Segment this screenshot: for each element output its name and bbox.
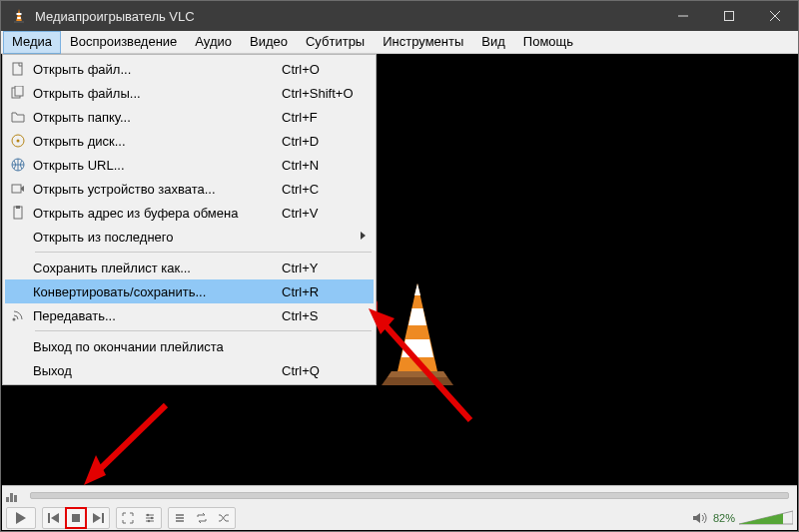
menu-stream[interactable]: Передавать... Ctrl+S: [5, 303, 374, 327]
menu-quit-after-playlist[interactable]: Выход по окончании плейлиста: [5, 334, 374, 358]
svg-rect-23: [16, 206, 20, 209]
app-window: Медиапроигрыватель VLC Медиа Воспроизвед…: [0, 0, 799, 532]
skip-group: [42, 507, 110, 529]
svg-marker-13: [388, 371, 447, 377]
submenu-arrow-icon: [361, 232, 366, 240]
skip-back-button[interactable]: [43, 508, 65, 528]
menu-video[interactable]: Видео: [241, 31, 297, 53]
files-icon: [5, 86, 31, 100]
menu-open-recent[interactable]: Открыть из последнего: [5, 225, 374, 249]
skip-forward-button[interactable]: [87, 508, 109, 528]
svg-marker-27: [51, 513, 59, 523]
svg-marker-11: [401, 339, 433, 357]
vlc-cone-icon: [374, 281, 461, 389]
disc-icon: [5, 134, 31, 148]
svg-rect-5: [725, 12, 734, 21]
stream-icon: [5, 308, 31, 322]
menu-tools[interactable]: Инструменты: [374, 31, 472, 53]
menu-separator: [35, 252, 372, 253]
playback-controls: 82%: [2, 505, 797, 530]
svg-rect-14: [13, 63, 22, 75]
svg-point-18: [17, 140, 20, 143]
svg-marker-10: [408, 308, 426, 325]
menu-open-folder[interactable]: Открыть папку... Ctrl+F: [5, 105, 374, 129]
menu-playback[interactable]: Воспроизведение: [61, 31, 186, 53]
menu-open-disc[interactable]: Открыть диск... Ctrl+D: [5, 129, 374, 153]
menu-separator: [35, 330, 372, 331]
menu-save-playlist[interactable]: Сохранить плейлист как... Ctrl+Y: [5, 256, 374, 279]
seek-bar[interactable]: [30, 492, 789, 499]
speaker-icon[interactable]: [691, 510, 709, 526]
menu-open-clipboard[interactable]: Открыть адрес из буфера обмена Ctrl+V: [5, 201, 374, 225]
play-button[interactable]: [6, 507, 36, 529]
svg-marker-8: [398, 283, 437, 371]
file-icon: [5, 62, 31, 76]
svg-rect-1: [17, 13, 22, 15]
svg-rect-30: [102, 513, 104, 523]
playlist-button[interactable]: [169, 508, 191, 528]
network-icon: [5, 158, 31, 172]
loop-button[interactable]: [191, 508, 213, 528]
minimize-button[interactable]: [660, 1, 706, 31]
menu-help[interactable]: Помощь: [514, 31, 582, 53]
volume-percent: 82%: [713, 512, 735, 524]
app-icon: [9, 6, 29, 26]
seek-bar-row: [2, 485, 797, 505]
media-dropdown: Открыть файл... Ctrl+O Открыть файлы... …: [2, 54, 377, 385]
svg-marker-25: [16, 512, 26, 524]
fullscreen-button[interactable]: [117, 508, 139, 528]
menu-bar: Медиа Воспроизведение Аудио Видео Субтит…: [1, 31, 798, 54]
menu-subtitle[interactable]: Субтитры: [297, 31, 374, 53]
menu-open-file[interactable]: Открыть файл... Ctrl+O: [5, 57, 374, 81]
menu-view[interactable]: Вид: [472, 31, 514, 53]
svg-marker-34: [693, 513, 700, 523]
extended-settings-button[interactable]: [139, 508, 161, 528]
svg-marker-9: [414, 283, 420, 295]
menu-quit[interactable]: Выход Ctrl+Q: [5, 358, 374, 382]
menu-convert-save[interactable]: Конвертировать/сохранить... Ctrl+R: [5, 279, 374, 303]
volume-control: 82%: [691, 510, 793, 526]
menu-media[interactable]: Медиа: [3, 31, 61, 54]
equalizer-icon: [6, 489, 22, 502]
svg-rect-26: [48, 513, 50, 523]
svg-point-31: [147, 513, 149, 515]
maximize-button[interactable]: [706, 1, 752, 31]
svg-marker-0: [16, 9, 22, 22]
stop-button[interactable]: [65, 508, 87, 528]
menu-open-capture[interactable]: Открыть устройство захвата... Ctrl+C: [5, 177, 374, 201]
svg-rect-28: [72, 514, 80, 522]
svg-point-24: [13, 318, 16, 321]
capture-icon: [5, 182, 31, 196]
svg-rect-2: [17, 17, 21, 19]
svg-rect-3: [14, 21, 24, 23]
clipboard-icon: [5, 206, 31, 220]
menu-open-files[interactable]: Открыть файлы... Ctrl+Shift+O: [5, 81, 374, 105]
window-title: Медиапроигрыватель VLC: [35, 9, 660, 24]
close-button[interactable]: [752, 1, 798, 31]
folder-icon: [5, 110, 31, 124]
view-group: [116, 507, 162, 529]
playlist-group: [168, 507, 236, 529]
menu-open-url[interactable]: Открыть URL... Ctrl+N: [5, 153, 374, 177]
svg-point-33: [148, 519, 150, 521]
svg-rect-20: [12, 185, 21, 193]
menu-audio[interactable]: Аудио: [186, 31, 241, 53]
svg-rect-16: [15, 86, 23, 96]
svg-marker-29: [93, 513, 101, 523]
shuffle-button[interactable]: [213, 508, 235, 528]
volume-slider[interactable]: [739, 510, 793, 526]
title-bar: Медиапроигрыватель VLC: [1, 1, 798, 31]
svg-point-32: [151, 516, 153, 518]
